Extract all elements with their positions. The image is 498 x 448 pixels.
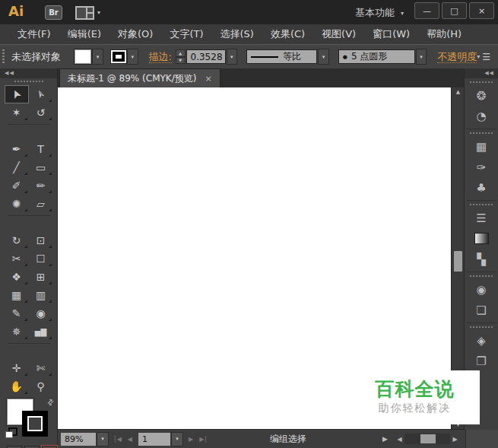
paintbrush-tool[interactable]: ✐ xyxy=(5,176,29,195)
menu-object[interactable]: 对象(O) xyxy=(109,27,161,41)
zoom-level-field[interactable]: 89% xyxy=(61,433,96,446)
gradient-panel-button[interactable] xyxy=(465,228,498,249)
symbol-sprayer-tool[interactable]: ✵ xyxy=(5,322,29,341)
artboards-panel-button[interactable]: ❐ xyxy=(465,351,498,371)
menu-edit[interactable]: 编辑(E) xyxy=(59,27,109,41)
workspace-switcher[interactable]: 基本功能 xyxy=(355,6,395,20)
menu-file[interactable]: 文件(F) xyxy=(9,27,59,41)
perspective-grid-tool[interactable]: ⊞ xyxy=(29,268,53,286)
zoom-tool[interactable]: ⚲ xyxy=(29,377,53,396)
status-flyout-arrow-icon[interactable]: ▶ xyxy=(382,435,388,443)
fill-dropdown-icon[interactable]: ▾ xyxy=(92,49,103,65)
stroke-weight-dropdown-icon[interactable]: ▾ xyxy=(227,49,238,65)
mesh-tool[interactable]: ▦ xyxy=(5,286,29,304)
selection-tool[interactable]: ➤ xyxy=(5,85,29,103)
default-fill-stroke-icon[interactable] xyxy=(5,427,17,438)
zoom-dropdown-icon[interactable]: ▾ xyxy=(97,432,109,446)
maximize-button[interactable]: □ xyxy=(442,2,467,19)
artboard-tool[interactable]: ✛ xyxy=(5,359,29,377)
layers-panel-button[interactable]: ◈ xyxy=(465,330,498,351)
scroll-left-icon[interactable]: ◀ xyxy=(395,436,404,443)
width-profile-dropdown-icon[interactable]: ▾ xyxy=(318,49,329,65)
minimize-button[interactable]: — xyxy=(414,2,439,19)
gradient-tool[interactable]: ▥ xyxy=(29,286,53,304)
stroke-weight-stepper[interactable]: ▲ ▼ xyxy=(176,49,186,64)
column-graph-tool[interactable]: ▅▇ xyxy=(29,322,53,341)
appearance-panel-button[interactable]: ◉ xyxy=(465,279,498,300)
swatches-panel-button[interactable]: ▦ xyxy=(465,136,498,157)
width-profile-field[interactable]: 等比 xyxy=(246,49,317,64)
first-artboard-icon[interactable]: |◀ xyxy=(114,436,122,443)
dock-group-grip[interactable] xyxy=(470,326,493,329)
eyedropper-tool[interactable]: ✎ xyxy=(5,304,29,322)
transparency-panel-button[interactable]: ▚ xyxy=(465,249,498,269)
stepper-down-icon[interactable]: ▼ xyxy=(176,57,186,65)
scroll-right-icon[interactable]: ▶ xyxy=(450,436,460,443)
scroll-up-icon[interactable]: ▲ xyxy=(452,87,465,97)
blob-brush-tool[interactable]: ✺ xyxy=(5,195,29,213)
opacity-panel-link[interactable]: 不透明度 xyxy=(437,51,477,63)
symbols-panel-button[interactable]: ♣ xyxy=(465,177,498,198)
pen-tool[interactable]: ✒ xyxy=(5,140,29,158)
menu-select[interactable]: 选择(S) xyxy=(211,27,262,41)
hand-tool[interactable]: ✋ xyxy=(5,377,29,396)
control-panel-menu[interactable]: ▾ ☰ xyxy=(477,52,490,62)
width-tool[interactable]: ✂ xyxy=(5,249,29,268)
bridge-button[interactable]: Br xyxy=(45,5,62,20)
collapse-tools-icon[interactable]: ◀◀ xyxy=(5,70,14,76)
color-guide-panel-button[interactable]: ◔ xyxy=(465,106,498,126)
stroke-panel-button[interactable]: ☰ xyxy=(465,208,498,228)
expand-dock-icon[interactable]: ◀◀ xyxy=(484,70,494,76)
horizontal-scrollbar[interactable]: ◀ ▶ xyxy=(395,434,460,444)
dock-group-grip[interactable] xyxy=(470,132,493,135)
stepper-up-icon[interactable]: ▲ xyxy=(176,49,186,57)
vertical-scrollbar-thumb[interactable] xyxy=(454,251,462,272)
brush-dropdown-icon[interactable]: ▾ xyxy=(416,49,427,65)
free-transform-tool[interactable]: ☐ xyxy=(29,249,53,268)
stroke-panel-link[interactable]: 描边: xyxy=(149,51,172,63)
stroke-weight-field[interactable]: 0.3528 xyxy=(186,49,226,64)
scale-tool[interactable]: ⊡ xyxy=(29,231,53,249)
workspace-caret-icon[interactable]: ▾ xyxy=(401,10,404,17)
document-tab[interactable]: 未标题-1 @ 89% (CMYK/预览) × xyxy=(59,68,220,87)
artboard-dropdown-icon[interactable]: ▾ xyxy=(171,432,183,446)
brush-definition-field[interactable]: ● 5 点圆形 xyxy=(338,49,415,64)
line-segment-tool[interactable]: ╱ xyxy=(5,158,29,176)
control-bar-grip[interactable] xyxy=(2,49,5,65)
tools-panel-grip[interactable] xyxy=(14,81,43,84)
menu-type[interactable]: 文字(T) xyxy=(161,27,211,41)
eraser-tool[interactable]: ▱ xyxy=(29,195,53,213)
horizontal-scrollbar-thumb[interactable] xyxy=(420,434,436,443)
color-panel-button[interactable]: ❂ xyxy=(465,85,498,106)
last-artboard-icon[interactable]: ▶| xyxy=(199,436,208,443)
horizontal-scrollbar-track[interactable] xyxy=(404,434,450,444)
menu-view[interactable]: 视图(V) xyxy=(313,27,364,41)
magic-wand-tool[interactable]: ✶ xyxy=(5,103,29,122)
arrange-documents-caret-icon[interactable]: ▾ xyxy=(97,9,100,16)
stroke-swatch[interactable] xyxy=(22,411,48,437)
direct-selection-tool[interactable]: ➣ xyxy=(29,85,53,103)
stroke-color-swatch[interactable] xyxy=(111,50,126,63)
artboard-number-field[interactable]: 1 xyxy=(138,433,170,446)
menu-effect[interactable]: 效果(C) xyxy=(262,27,313,41)
dock-group-grip[interactable] xyxy=(470,275,493,278)
arrange-documents-icon[interactable] xyxy=(75,6,94,20)
blend-tool[interactable]: ◉ xyxy=(29,304,53,322)
previous-artboard-icon[interactable]: ◀ xyxy=(128,436,133,443)
dock-group-grip[interactable] xyxy=(470,81,493,84)
type-tool[interactable]: T xyxy=(29,140,53,158)
menu-help[interactable]: 帮助(H) xyxy=(418,27,470,41)
rotate-tool[interactable]: ↻ xyxy=(5,231,29,249)
next-artboard-icon[interactable]: ▶ xyxy=(189,436,194,443)
pencil-tool[interactable]: ✏ xyxy=(29,176,53,195)
fill-color-swatch[interactable] xyxy=(75,49,91,64)
close-button[interactable]: × xyxy=(469,2,494,19)
tab-close-icon[interactable]: × xyxy=(205,74,211,84)
menu-window[interactable]: 窗口(W) xyxy=(364,27,418,41)
dock-group-grip[interactable] xyxy=(470,204,493,207)
graphic-styles-panel-button[interactable]: ❏ xyxy=(465,300,498,320)
rectangle-tool[interactable]: ▭ xyxy=(29,158,53,176)
shape-builder-tool[interactable]: ❖ xyxy=(5,268,29,286)
slice-tool[interactable]: ✄ xyxy=(29,359,53,377)
brushes-panel-button[interactable]: ✑ xyxy=(465,157,498,177)
